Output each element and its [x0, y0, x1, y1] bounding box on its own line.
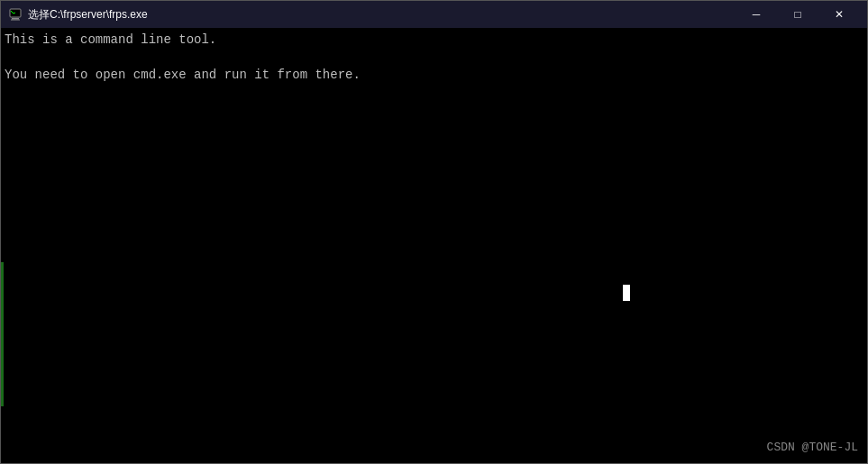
console-line-3: You need to open cmd.exe and run it from… — [5, 68, 361, 82]
watermark-text: CSDN @TONE-JL — [767, 441, 858, 454]
title-bar: 选择C:\frpserver\frps.exe ─ □ ✕ — [1, 1, 867, 28]
cmd-window: 选择C:\frpserver\frps.exe ─ □ ✕ This is a … — [0, 0, 868, 464]
window-controls: ─ □ ✕ — [736, 1, 860, 28]
maximize-button[interactable]: □ — [777, 1, 818, 28]
console-text-block: This is a command line tool. You need to… — [5, 32, 863, 85]
svg-rect-1 — [12, 18, 19, 20]
console-line-1: This is a command line tool. — [5, 32, 216, 47]
cursor — [623, 285, 630, 301]
window-title: 选择C:\frpserver\frps.exe — [28, 7, 736, 23]
scroll-accent — [1, 262, 4, 406]
window-icon — [8, 7, 23, 22]
svg-rect-2 — [11, 20, 20, 21]
close-button[interactable]: ✕ — [818, 1, 860, 28]
minimize-button[interactable]: ─ — [736, 1, 777, 28]
console-output[interactable]: This is a command line tool. You need to… — [1, 28, 867, 463]
